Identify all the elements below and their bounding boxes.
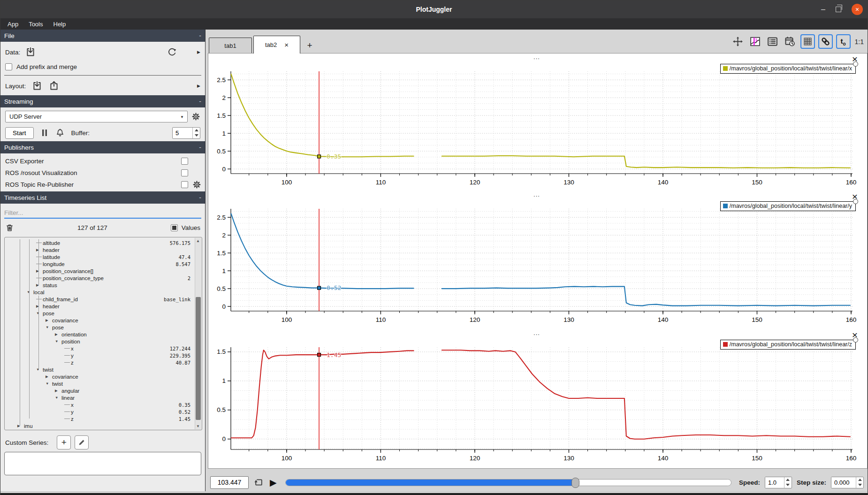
tree-row-header[interactable]: ▶header — [5, 246, 202, 253]
filter-input[interactable] — [4, 207, 201, 219]
tree-collapsed-icon[interactable]: ▶ — [55, 388, 61, 393]
legend-linear-y[interactable]: /mavros/global_position/local/twist/twis… — [720, 201, 856, 211]
tree-row-position[interactable]: ▼position — [5, 338, 202, 345]
spin-up-icon[interactable] — [784, 477, 792, 483]
tree-row-linear[interactable]: ▼linear — [5, 394, 202, 401]
spin-up-icon[interactable] — [193, 128, 200, 133]
collapse-icon[interactable]: - — [199, 144, 201, 151]
tree-row-y[interactable]: y229.395 — [5, 352, 202, 359]
publishers-section-header[interactable]: Publishers - — [0, 141, 205, 153]
tree-expanded-icon[interactable]: ▼ — [55, 339, 61, 343]
minimize-button[interactable]: – — [821, 7, 825, 12]
load-data-icon[interactable] — [25, 46, 36, 58]
speed-spinbox[interactable] — [765, 477, 792, 488]
tree-row-covariance[interactable]: ▶covariance — [5, 373, 202, 380]
tree-row-header[interactable]: ▶header — [5, 303, 202, 310]
scroll-down-icon[interactable]: ▼ — [196, 424, 200, 428]
legend-linear-z[interactable]: /mavros/global_position/local/twist/twis… — [720, 340, 856, 350]
add-tab-button[interactable]: + — [302, 38, 318, 53]
tree-row-z[interactable]: z1.45 — [5, 415, 202, 422]
tree-row-altitude[interactable]: altitude576.175 — [5, 239, 202, 246]
speed-input[interactable] — [765, 477, 784, 488]
collapse-icon[interactable]: - — [199, 32, 201, 39]
legend-handle-icon[interactable] — [853, 337, 858, 343]
plot-canvas-linear-z[interactable]: 10011012013014015016000.511.51.45 — [208, 329, 865, 465]
time-input[interactable] — [210, 476, 249, 489]
tree-collapsed-icon[interactable]: ▶ — [36, 304, 43, 308]
legend-linear-x[interactable]: /mavros/global_position/local/twist/twis… — [720, 64, 856, 74]
datetime-icon[interactable] — [783, 35, 797, 49]
plot-canvas-linear-y[interactable]: 10011012013014015016000.511.522.50.52 — [208, 191, 865, 327]
tree-expanded-icon[interactable]: ▼ — [46, 381, 52, 386]
tree-row-x[interactable]: x0.35 — [5, 401, 202, 408]
tree-expanded-icon[interactable]: ▼ — [55, 396, 61, 400]
step-size-spinbox[interactable] — [831, 477, 864, 488]
edit-custom-series-button[interactable] — [75, 435, 89, 449]
custom-series-list[interactable] — [4, 452, 201, 475]
buffer-spinbox[interactable] — [172, 127, 200, 139]
tree-row-z[interactable]: z40.87 — [5, 359, 202, 366]
notifications-bell-icon[interactable] — [55, 128, 65, 137]
tree-collapsed-icon[interactable]: ▶ — [55, 332, 61, 336]
tree-expanded-icon[interactable]: ▼ — [27, 290, 33, 294]
load-layout-icon[interactable] — [31, 80, 43, 91]
menu-item-help[interactable]: Help — [48, 21, 71, 28]
tree-row-imu[interactable]: ▶imu — [5, 422, 202, 429]
tree-collapsed-icon[interactable]: ▶ — [36, 248, 43, 252]
tracker-line-icon[interactable]: 1 — [748, 35, 762, 49]
legend-handle-icon[interactable] — [853, 199, 858, 204]
link-axes-icon[interactable] — [818, 34, 833, 49]
tree-row-twist[interactable]: ▼twist — [5, 380, 202, 387]
close-window-button[interactable]: × — [852, 4, 863, 15]
streaming-settings-gear-icon[interactable] — [191, 112, 200, 121]
tree-collapsed-icon[interactable]: ▶ — [17, 424, 24, 428]
tree-collapsed-icon[interactable]: ▶ — [46, 374, 52, 379]
pause-icon[interactable] — [40, 128, 49, 137]
tree-row-x[interactable]: x127.244 — [5, 345, 202, 352]
tab-close-icon[interactable]: × — [284, 41, 289, 49]
plot-linear-x[interactable]: ...×10011012013014015016000.511.522.50.3… — [208, 53, 865, 190]
tree-row-pose[interactable]: ▼pose — [5, 324, 202, 331]
plot-linear-z[interactable]: ...×10011012013014015016000.511.51.45/ma… — [208, 329, 865, 465]
tree-row-twist[interactable]: ▼twist — [5, 366, 202, 373]
tree-row-child_frame_id[interactable]: child_frame_idbase_link — [5, 296, 202, 303]
slider-handle[interactable] — [571, 478, 579, 488]
spin-down-icon[interactable] — [784, 482, 792, 488]
tab-tab2[interactable]: tab2× — [253, 36, 300, 53]
grid-toggle-icon[interactable] — [800, 34, 815, 49]
tree-row-covariance[interactable]: ▶covariance — [5, 317, 202, 324]
tree-row-longitude[interactable]: longitude8.547 — [5, 260, 202, 267]
trash-icon[interactable] — [5, 223, 14, 232]
publisher-checkbox[interactable] — [181, 181, 188, 188]
tree-row-orientation[interactable]: ▶orientation — [5, 331, 202, 338]
legend-handle-icon[interactable] — [853, 61, 858, 67]
tree-row-local[interactable]: ▼local — [5, 289, 202, 296]
menu-item-tools[interactable]: Tools — [23, 21, 48, 28]
tab-tab1[interactable]: tab1 — [209, 38, 252, 53]
tree-collapsed-icon[interactable]: ▶ — [46, 318, 52, 322]
tree-row-position_covariance[interactable]: ▶position_covariance[] — [5, 267, 202, 274]
publisher-checkbox[interactable] — [181, 169, 188, 176]
tree-row-angular[interactable]: ▶angular — [5, 387, 202, 394]
time-offset-icon[interactable]: to — [836, 34, 851, 49]
data-submenu-arrow[interactable]: ▶ — [197, 50, 200, 54]
zoom-fit-icon[interactable] — [731, 35, 745, 49]
tree-expanded-icon[interactable]: ▼ — [36, 311, 43, 315]
tree-collapsed-icon[interactable]: ▶ — [36, 283, 43, 287]
tree-row-pose[interactable]: ▼pose — [5, 310, 202, 317]
timeseries-section-header[interactable]: Timeseries List - — [0, 191, 205, 204]
restore-button[interactable] — [836, 7, 841, 12]
file-section-header[interactable]: File - — [0, 30, 205, 42]
timeseries-tree[interactable]: altitude576.175▶headerlatitude47.4longit… — [4, 237, 202, 430]
scroll-up-icon[interactable]: ▲ — [196, 239, 200, 243]
publisher-checkbox[interactable] — [181, 158, 188, 165]
tree-row-status[interactable]: ▶status — [5, 282, 202, 289]
spin-down-icon[interactable] — [193, 133, 200, 138]
legend-list-icon[interactable] — [766, 35, 780, 49]
loop-icon[interactable] — [253, 477, 264, 488]
plot-canvas-linear-x[interactable]: 10011012013014015016000.511.522.50.35 — [208, 53, 865, 190]
buffer-input[interactable] — [173, 128, 192, 138]
tree-expanded-icon[interactable]: ▼ — [46, 325, 52, 329]
time-display[interactable] — [210, 476, 249, 489]
tree-row-latitude[interactable]: latitude47.4 — [5, 253, 202, 260]
